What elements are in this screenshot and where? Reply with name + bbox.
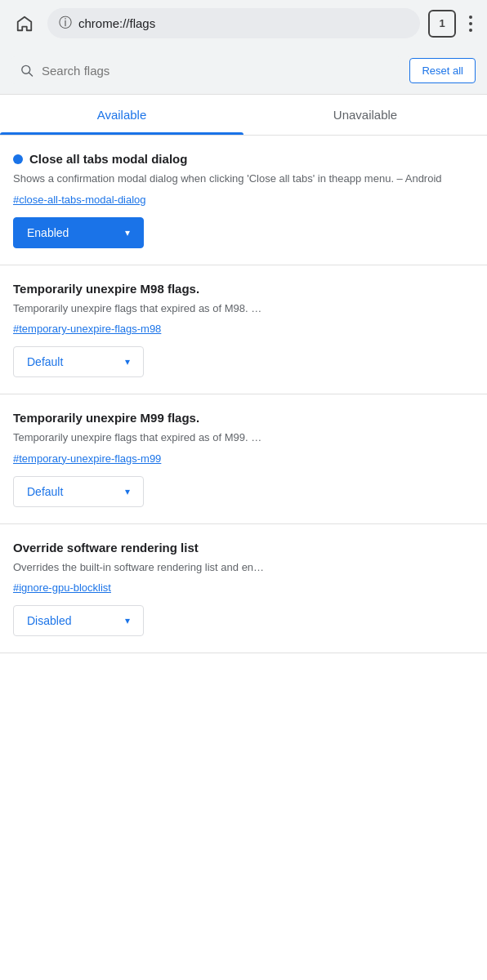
flag-anchor-link[interactable]: #temporary-unexpire-flags-m99 (13, 452, 474, 465)
flag-item-unexpire-m99: Temporarily unexpire M99 flags. Temporar… (0, 394, 487, 524)
flag-dropdown-label: Enabled (27, 226, 69, 239)
flag-description: Temporarily unexpire flags that expired … (13, 301, 474, 317)
flag-description: Overrides the built-in software renderin… (13, 559, 474, 576)
flags-list: Close all tabs modal dialog Shows a conf… (0, 136, 487, 653)
tabs-container: Available Unavailable (0, 95, 487, 136)
search-input[interactable] (42, 64, 393, 78)
svg-line-1 (29, 73, 33, 76)
flag-dropdown-enabled[interactable]: Enabled ▾ (13, 217, 144, 248)
reset-all-button[interactable]: Reset all (409, 58, 476, 83)
flag-dropdown-default[interactable]: Default ▾ (13, 476, 144, 507)
flag-description: Shows a confirmation modal dialog when c… (13, 171, 474, 187)
flag-description: Temporarily unexpire flags that expired … (13, 430, 474, 446)
flag-dropdown-default[interactable]: Default ▾ (13, 346, 144, 377)
tab-unavailable[interactable]: Unavailable (244, 95, 487, 135)
chevron-down-icon: ▾ (125, 615, 130, 626)
flag-title: Temporarily unexpire M99 flags. (13, 411, 199, 425)
browser-top-bar: ⓘ chrome://flags 1 (0, 0, 487, 47)
flag-dropdown-disabled[interactable]: Disabled ▾ (13, 605, 144, 636)
flag-item-software-rendering: Override software rendering list Overrid… (0, 524, 487, 654)
address-bar[interactable]: ⓘ chrome://flags (47, 8, 420, 38)
flag-title: Close all tabs modal dialog (29, 152, 187, 166)
flag-item-unexpire-m98: Temporarily unexpire M98 flags. Temporar… (0, 265, 487, 395)
search-bar-container: Reset all (0, 47, 487, 95)
browser-menu-button[interactable] (464, 11, 477, 37)
flag-enabled-dot (13, 154, 23, 164)
flag-anchor-link[interactable]: #temporary-unexpire-flags-m98 (13, 323, 474, 335)
tab-count[interactable]: 1 (428, 10, 456, 38)
address-text: chrome://flags (78, 16, 155, 30)
flag-title: Temporarily unexpire M98 flags. (13, 282, 199, 296)
search-icon (20, 63, 34, 78)
flag-anchor-link[interactable]: #ignore-gpu-blocklist (13, 581, 474, 594)
tab-available[interactable]: Available (0, 95, 244, 135)
chevron-down-icon: ▾ (125, 356, 130, 368)
flag-title-row: Temporarily unexpire M98 flags. (13, 282, 474, 296)
home-icon[interactable] (10, 9, 39, 38)
flag-anchor-link[interactable]: #close-all-tabs-modal-dialog (13, 194, 474, 206)
chevron-down-icon: ▾ (125, 486, 130, 497)
info-icon: ⓘ (59, 15, 72, 32)
chevron-down-icon: ▾ (125, 227, 130, 238)
flag-title-row: Temporarily unexpire M99 flags. (13, 411, 474, 425)
flag-title: Override software rendering list (13, 541, 199, 555)
search-input-wrap[interactable] (11, 56, 401, 84)
flag-item-close-all-tabs: Close all tabs modal dialog Shows a conf… (0, 136, 487, 265)
flag-title-row: Close all tabs modal dialog (13, 152, 474, 166)
flag-dropdown-label: Default (27, 355, 63, 368)
flag-dropdown-label: Default (27, 485, 63, 498)
flag-title-row: Override software rendering list (13, 541, 474, 555)
flag-dropdown-label: Disabled (27, 614, 71, 627)
